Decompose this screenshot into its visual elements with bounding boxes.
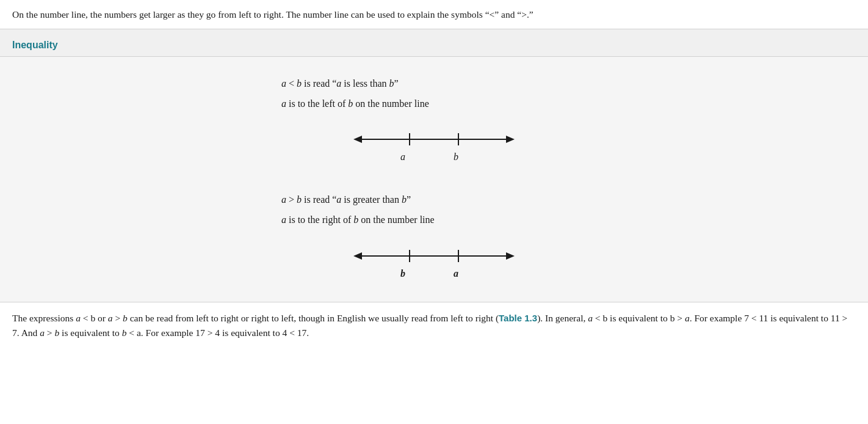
less-than-section: a < b is read “a is less than b” a is to… <box>281 75 587 167</box>
var-b-2: b <box>389 78 394 89</box>
var-b-3: b <box>348 98 353 109</box>
footer-content: The expressions a < b or a > b can be re… <box>12 313 847 338</box>
var-a-1: a <box>281 78 286 89</box>
var-a-5: a <box>336 194 341 205</box>
var-a-6: a <box>281 214 286 225</box>
expr-b-2: b <box>123 313 128 323</box>
footer-text: The expressions a < b or a > b can be re… <box>0 302 868 349</box>
footer-b3: b <box>54 327 59 338</box>
footer-a3: a <box>40 327 45 338</box>
var-a-3: a <box>281 98 286 109</box>
number-line-2-svg <box>342 241 526 271</box>
svg-marker-1 <box>353 136 362 143</box>
inequality-content: a < b is read “a is less than b” a is to… <box>0 57 868 302</box>
label-b-2: b <box>400 266 405 281</box>
table-link[interactable]: Table 1.3 <box>499 313 537 323</box>
greater-than-statement-1: a > b is read “a is greater than b” <box>281 191 411 208</box>
var-a-2: a <box>336 78 341 89</box>
intro-text: On the number line, the numbers get larg… <box>0 0 868 29</box>
inequality-box: Inequality <box>0 29 868 57</box>
svg-marker-2 <box>506 136 515 143</box>
var-a-4: a <box>281 194 286 205</box>
svg-marker-7 <box>506 252 515 260</box>
greater-than-statement-2: a is to the right of b on the number lin… <box>281 211 435 228</box>
expr-a-lt-b: a <box>76 313 81 323</box>
footer-a2: a <box>685 313 690 323</box>
inequality-title: Inequality <box>12 33 856 56</box>
var-b-4: b <box>297 194 302 205</box>
label-b-1: b <box>454 150 458 164</box>
less-than-statement-1: a < b is read “a is less than b” <box>281 75 399 92</box>
var-b-5: b <box>402 194 407 205</box>
footer-a: a <box>588 313 593 323</box>
number-line-2-container: b a <box>281 241 587 281</box>
less-than-statement-2: a is to the left of b on the number line <box>281 95 429 112</box>
var-b-1: b <box>297 78 302 89</box>
var-b-6: b <box>353 214 358 225</box>
greater-than-section: a > b is read “a is greater than b” a is… <box>281 191 587 283</box>
number-line-1-container: a b <box>281 124 587 164</box>
page-wrapper: On the number line, the numbers get larg… <box>0 0 868 348</box>
svg-marker-6 <box>353 252 362 260</box>
footer-b4: b <box>122 327 127 338</box>
expr-a-gt-b: a <box>108 313 113 323</box>
label-a-1: a <box>400 150 405 164</box>
label-a-2: a <box>454 266 458 281</box>
number-line-1-svg <box>342 124 526 155</box>
intro-content: On the number line, the numbers get larg… <box>12 9 533 20</box>
